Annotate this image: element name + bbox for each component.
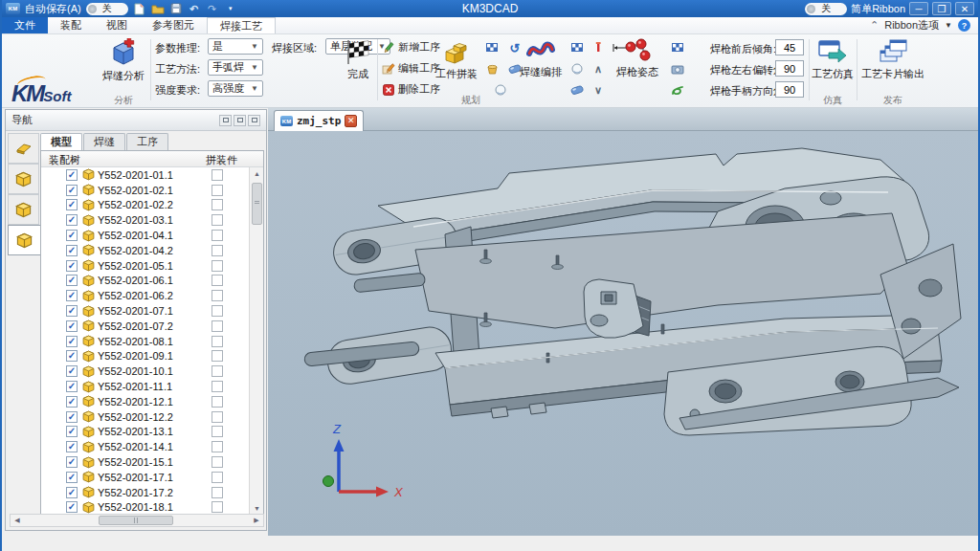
- assembly-part-checkbox[interactable]: [212, 426, 223, 437]
- tree-row[interactable]: ✓Y552-0201-02.1: [41, 183, 250, 198]
- model-visible-checkbox[interactable]: ✓: [66, 260, 78, 272]
- process-card-output-button[interactable]: 工艺卡片输出: [859, 38, 926, 81]
- model-visible-checkbox[interactable]: ✓: [66, 350, 78, 362]
- assembly-part-checkbox[interactable]: [212, 260, 223, 272]
- model-visible-checkbox[interactable]: ✓: [66, 245, 78, 256]
- tree-row[interactable]: ✓Y552-0201-12.2: [41, 409, 250, 425]
- assembly-part-checkbox[interactable]: [212, 396, 223, 408]
- tab-assembly[interactable]: 装配: [48, 17, 94, 33]
- process-simulation-button[interactable]: 工艺仿真: [812, 38, 854, 81]
- tree-row[interactable]: ✓Y552-0201-08.1: [41, 334, 250, 349]
- assembly-part-checkbox[interactable]: [212, 411, 223, 423]
- model-visible-checkbox[interactable]: ✓: [66, 320, 78, 332]
- assembly-part-checkbox[interactable]: [212, 472, 223, 483]
- tree-row[interactable]: ✓Y552-0201-02.2: [41, 198, 250, 213]
- assembly-part-checkbox[interactable]: [212, 199, 223, 210]
- spring-button[interactable]: [669, 81, 686, 99]
- assembly-part-checkbox[interactable]: [212, 350, 223, 362]
- part-label[interactable]: Y552-0201-02.2: [98, 199, 173, 210]
- redo-icon[interactable]: ↷: [206, 3, 219, 15]
- tree-row[interactable]: ✓Y552-0201-18.1: [41, 500, 250, 515]
- torch-yaw-input[interactable]: [775, 60, 804, 77]
- tree-row[interactable]: ✓Y552-0201-07.2: [41, 319, 250, 334]
- tree-row[interactable]: ✓Y552-0201-17.1: [41, 470, 250, 485]
- assembly-part-checkbox[interactable]: [212, 320, 223, 332]
- model-visible-checkbox[interactable]: ✓: [66, 169, 78, 181]
- tree-row[interactable]: ✓Y552-0201-12.1: [41, 394, 250, 409]
- simple-ribbon-toggle[interactable]: 关: [805, 3, 847, 15]
- move-down-button[interactable]: ∨: [590, 81, 607, 99]
- new-file-icon[interactable]: [133, 3, 146, 15]
- assembly-part-checkbox[interactable]: [212, 275, 223, 286]
- model-visible-checkbox[interactable]: ✓: [66, 365, 78, 377]
- model-visible-checkbox[interactable]: ✓: [66, 472, 78, 483]
- tree-row[interactable]: ✓Y552-0201-09.1: [41, 349, 250, 364]
- part-assembly-button[interactable]: 工件拼装: [431, 38, 482, 81]
- strip-cube-button-selected[interactable]: [8, 225, 41, 255]
- tree-row[interactable]: ✓Y552-0201-07.1: [41, 303, 250, 319]
- panel-close-button[interactable]: [248, 115, 260, 126]
- part-label[interactable]: Y552-0201-17.1: [98, 472, 173, 483]
- panel-dock-button[interactable]: [219, 115, 232, 126]
- part-label[interactable]: Y552-0201-01.1: [98, 169, 173, 181]
- document-tab[interactable]: KM zmj_stp ✕: [274, 110, 364, 131]
- model-visible-checkbox[interactable]: ✓: [66, 396, 78, 408]
- tab-process[interactable]: 工序: [126, 133, 168, 150]
- torch-pose-button[interactable]: 焊枪姿态: [612, 38, 662, 79]
- tree-row[interactable]: ✓Y552-0201-13.1: [41, 425, 250, 440]
- assembly-part-checkbox[interactable]: [212, 365, 223, 377]
- part-label[interactable]: Y552-0201-07.2: [98, 320, 173, 332]
- quick-access-more-icon[interactable]: ▾: [224, 3, 237, 15]
- scroll-right-icon[interactable]: ▶: [250, 515, 263, 526]
- camera-view-button[interactable]: [669, 60, 686, 77]
- part-label[interactable]: Y552-0201-12.2: [98, 411, 173, 423]
- weld-analysis-button[interactable]: 焊缝分析: [100, 38, 146, 83]
- assembly-part-checkbox[interactable]: [212, 487, 223, 498]
- tab-model[interactable]: 模型: [40, 133, 82, 150]
- assembly-part-checkbox[interactable]: [212, 185, 223, 196]
- tab-view[interactable]: 视图: [94, 17, 140, 33]
- part-label[interactable]: Y552-0201-02.1: [98, 185, 173, 196]
- 3d-model-canvas[interactable]: Z X: [268, 131, 980, 536]
- mini-flag-button[interactable]: [568, 39, 586, 56]
- model-visible-checkbox[interactable]: ✓: [66, 230, 78, 241]
- move-up-button[interactable]: ∧: [590, 60, 607, 77]
- assembly-part-checkbox[interactable]: [212, 245, 223, 256]
- delete-process-button[interactable]: 删除工序: [382, 82, 440, 97]
- sphere-button[interactable]: [568, 60, 586, 77]
- model-visible-checkbox[interactable]: ✓: [66, 305, 78, 317]
- model-visible-checkbox[interactable]: ✓: [66, 199, 78, 210]
- part-label[interactable]: Y552-0201-12.1: [98, 396, 173, 408]
- chevron-down-icon[interactable]: ▼: [945, 21, 952, 30]
- horizontal-scrollbar[interactable]: ◀ ▶: [10, 514, 264, 527]
- assembly-part-checkbox[interactable]: [212, 290, 223, 301]
- assembly-part-checkbox[interactable]: [212, 456, 223, 468]
- part-label[interactable]: Y552-0201-14.1: [98, 441, 173, 452]
- minimize-button[interactable]: ─: [909, 2, 928, 15]
- model-visible-checkbox[interactable]: ✓: [66, 426, 78, 437]
- part-label[interactable]: Y552-0201-15.1: [98, 456, 173, 468]
- part-label[interactable]: Y552-0201-18.1: [98, 501, 173, 513]
- mini-flag-button[interactable]: [483, 39, 501, 56]
- part-label[interactable]: Y552-0201-06.1: [98, 275, 173, 286]
- assembly-part-checkbox[interactable]: [212, 501, 223, 513]
- model-visible-checkbox[interactable]: ✓: [66, 411, 78, 423]
- mini-flag-button[interactable]: [669, 39, 686, 56]
- tree-row[interactable]: ✓Y552-0201-01.1: [41, 167, 250, 183]
- param-reasoning-select[interactable]: 是▼: [208, 38, 263, 55]
- model-visible-checkbox[interactable]: ✓: [66, 214, 78, 226]
- strip-cube-button[interactable]: [8, 164, 39, 194]
- help-icon[interactable]: ?: [958, 19, 970, 32]
- tab-welding-process[interactable]: 焊接工艺: [207, 17, 276, 33]
- assembly-part-checkbox[interactable]: [212, 336, 223, 347]
- open-folder-icon[interactable]: [151, 3, 165, 15]
- tree-row[interactable]: ✓Y552-0201-05.1: [41, 258, 250, 274]
- tree-row[interactable]: ✓Y552-0201-11.1: [41, 379, 250, 394]
- model-visible-checkbox[interactable]: ✓: [66, 290, 78, 301]
- model-visible-checkbox[interactable]: ✓: [66, 381, 78, 392]
- assembly-part-checkbox[interactable]: [212, 441, 223, 452]
- tree-row[interactable]: ✓Y552-0201-04.1: [41, 228, 250, 243]
- tab-weld-seam[interactable]: 焊缝: [83, 133, 125, 150]
- torch-roll-input[interactable]: [775, 81, 804, 98]
- tree-row[interactable]: ✓Y552-0201-10.1: [41, 364, 250, 379]
